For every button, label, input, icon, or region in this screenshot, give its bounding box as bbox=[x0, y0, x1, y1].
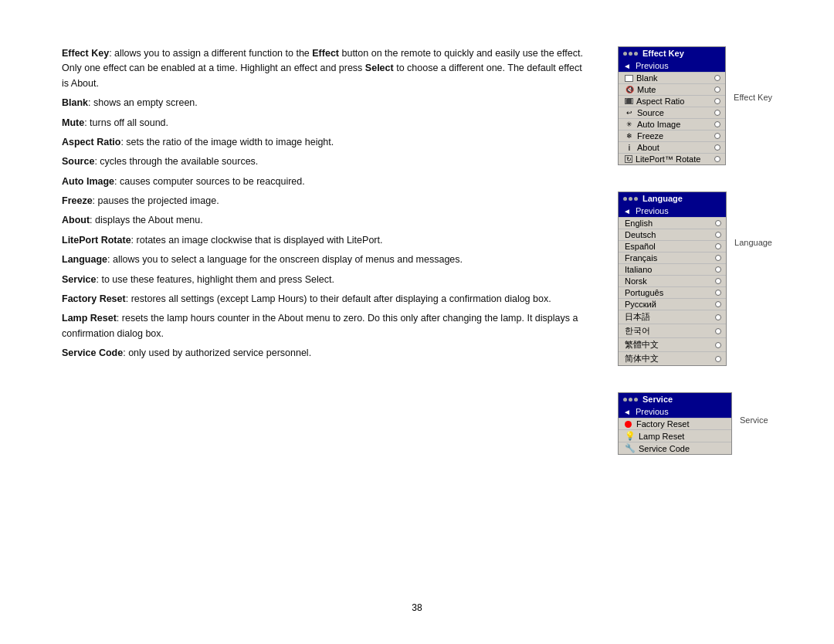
mute-radio[interactable] bbox=[714, 86, 720, 93]
trad-chinese-radio[interactable] bbox=[715, 342, 721, 348]
service-menu-header: Service bbox=[619, 393, 731, 405]
effect-source-row[interactable]: ↩ Source bbox=[619, 107, 725, 118]
lang-francais-label: Français bbox=[625, 253, 657, 263]
freeze-desc: : pauses the projected image. bbox=[93, 195, 219, 206]
lang-russian-row[interactable]: Русский bbox=[619, 298, 726, 310]
factoryreset-paragraph: Factory Reset: restores all settings (ex… bbox=[62, 292, 587, 307]
mute-paragraph: Mute: turns off all sound. bbox=[62, 116, 587, 130]
effect-autoimage-row[interactable]: ✳ Auto Image bbox=[619, 118, 725, 130]
lang-dot1 bbox=[623, 197, 627, 201]
francais-radio[interactable] bbox=[715, 255, 721, 261]
autoimage-label: Auto Image bbox=[62, 176, 114, 187]
lang-japanese-row[interactable]: 日本語 bbox=[619, 310, 726, 324]
autoimage-desc: : causes computer sources to be reacquir… bbox=[114, 176, 305, 187]
lang-korean-row[interactable]: 한국어 bbox=[619, 324, 726, 337]
lampreset-label: Lamp Reset bbox=[62, 313, 117, 324]
language-aside: Language bbox=[734, 238, 772, 247]
lamp-reset-row[interactable]: 💡 Lamp Reset bbox=[619, 429, 731, 442]
lang-english-row[interactable]: English bbox=[619, 217, 726, 229]
effect-aspect-row[interactable]: ⬛ Aspect Ratio bbox=[619, 95, 725, 107]
language-title: Language bbox=[642, 194, 683, 203]
lang-francais-row[interactable]: Français bbox=[619, 252, 726, 263]
factoryreset-desc: : restores all settings (except Lamp Hou… bbox=[126, 293, 551, 304]
lang-espanol-row[interactable]: Español bbox=[619, 240, 726, 252]
lang-norsk-row[interactable]: Norsk bbox=[619, 275, 726, 286]
portugues-radio[interactable] bbox=[715, 290, 721, 296]
service-code-label: Service Code bbox=[639, 444, 690, 453]
language-previous-row[interactable]: ◄ Previous bbox=[619, 205, 726, 217]
effect-mute-row[interactable]: 🔇 Mute bbox=[619, 83, 725, 95]
page-number: 38 bbox=[62, 602, 772, 613]
source-icon: ↩ bbox=[625, 108, 634, 117]
liteport-paragraph: LitePort Rotate: rotates an image clockw… bbox=[62, 233, 587, 248]
blank-icon bbox=[625, 75, 633, 82]
italiano-radio[interactable] bbox=[715, 266, 721, 273]
autoimage-icon: ✳ bbox=[625, 120, 634, 129]
source-radio[interactable] bbox=[714, 110, 720, 116]
lampreset-desc: : resets the lamp hours counter in the A… bbox=[62, 313, 578, 338]
blank-paragraph: Blank: shows an empty screen. bbox=[62, 96, 587, 110]
text-section: Effect Key: allows you to assign a diffe… bbox=[62, 46, 602, 595]
red-dot-icon bbox=[625, 421, 632, 428]
effect-about-label: About bbox=[637, 143, 659, 152]
effect-liteport-row[interactable]: ↻ LitePort™ Rotate bbox=[619, 153, 725, 164]
effect-key-previous-row[interactable]: ◄ Previous bbox=[619, 59, 725, 72]
autoimage-paragraph: Auto Image: causes computer sources to b… bbox=[62, 175, 587, 189]
effect-blank-row[interactable]: Blank bbox=[619, 72, 725, 83]
about-radio[interactable] bbox=[714, 144, 720, 151]
blank-radio[interactable] bbox=[714, 75, 720, 81]
svc-dot2 bbox=[629, 398, 632, 402]
lang-korean-label: 한국어 bbox=[625, 325, 650, 337]
effect-key-menu: Effect Key ◄ Previous Blank bbox=[618, 46, 726, 165]
language-paragraph: Language: allows you to select a languag… bbox=[62, 253, 587, 267]
aspect-radio[interactable] bbox=[714, 98, 720, 104]
factory-reset-row[interactable]: Factory Reset bbox=[619, 418, 731, 429]
effect-about-row[interactable]: i About bbox=[619, 141, 725, 153]
english-radio[interactable] bbox=[715, 220, 721, 226]
lang-dot2 bbox=[629, 197, 632, 201]
liteport-radio[interactable] bbox=[714, 156, 720, 162]
svc-arrow-left-icon: ◄ bbox=[623, 408, 631, 416]
russian-radio[interactable] bbox=[715, 301, 721, 307]
aspect-label: Aspect Ratio bbox=[62, 137, 120, 147]
simp-chinese-radio[interactable] bbox=[715, 356, 721, 362]
autoimage-radio[interactable] bbox=[714, 121, 720, 127]
servicecode-paragraph: Service Code: only used by authorized se… bbox=[62, 346, 587, 361]
mute-icon: 🔇 bbox=[625, 85, 634, 94]
lang-traditional-chinese-label: 繁體中文 bbox=[625, 339, 659, 351]
espanol-radio[interactable] bbox=[715, 243, 721, 249]
lang-italiano-row[interactable]: Italiano bbox=[619, 263, 726, 275]
service-menu-container: Service ◄ Previous Factory Reset bbox=[618, 392, 772, 469]
info-icon: i bbox=[625, 143, 634, 152]
lang-simplified-chinese-row[interactable]: 简体中文 bbox=[619, 351, 726, 365]
effect-mute-label: Mute bbox=[637, 85, 656, 94]
freeze-icon: ❄ bbox=[625, 131, 634, 141]
service-previous-row[interactable]: ◄ Previous bbox=[619, 405, 731, 418]
effect-freeze-label: Freeze bbox=[637, 131, 663, 141]
svc-dot3 bbox=[634, 398, 638, 402]
source-label: Source bbox=[62, 156, 94, 167]
service-label: Service bbox=[62, 274, 96, 285]
aspect-icon: ⬛ bbox=[625, 98, 633, 104]
service-code-row[interactable]: 🔧 Service Code bbox=[619, 442, 731, 454]
japanese-radio[interactable] bbox=[715, 314, 721, 320]
norsk-radio[interactable] bbox=[715, 278, 721, 284]
dot1 bbox=[623, 52, 627, 56]
lang-deutsch-row[interactable]: Deutsch bbox=[619, 229, 726, 240]
lang-traditional-chinese-row[interactable]: 繁體中文 bbox=[619, 337, 726, 351]
content-area: Effect Key: allows you to assign a diffe… bbox=[62, 46, 772, 595]
korean-radio[interactable] bbox=[715, 328, 721, 334]
lang-russian-label: Русский bbox=[625, 300, 656, 309]
lang-portugues-row[interactable]: Português bbox=[619, 286, 726, 298]
lang-portugues-label: Português bbox=[625, 288, 663, 297]
service-aside: Service bbox=[740, 415, 768, 425]
dot3 bbox=[634, 52, 638, 56]
lang-arrow-left-icon: ◄ bbox=[623, 207, 631, 215]
freeze-radio[interactable] bbox=[714, 133, 720, 139]
lamp-reset-label: Lamp Reset bbox=[639, 432, 684, 441]
deutsch-radio[interactable] bbox=[715, 232, 721, 238]
bulb-icon: 💡 bbox=[625, 431, 636, 441]
effect-freeze-row[interactable]: ❄ Freeze bbox=[619, 130, 725, 141]
liteport-desc: : rotates an image clockwise that is dis… bbox=[131, 235, 383, 246]
service-paragraph: Service: to use these features, highligh… bbox=[62, 273, 587, 287]
